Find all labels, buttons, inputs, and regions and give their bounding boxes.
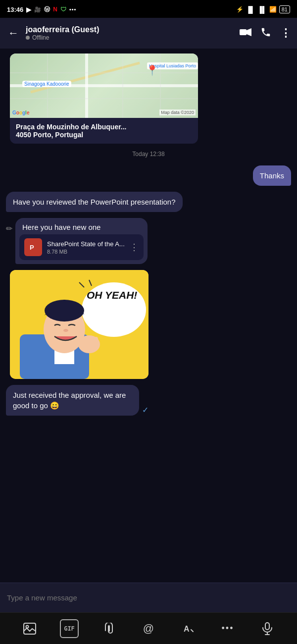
file-more-icon[interactable]: ⋮ (130, 242, 139, 253)
voice-call-button[interactable] (260, 27, 271, 40)
attachment-button[interactable] (99, 619, 118, 638)
sticker-image: OH YEAH! (10, 270, 148, 379)
header-actions: ⋮ (240, 27, 291, 40)
svg-text:A: A (184, 625, 190, 633)
file-attachment[interactable]: P SharePoint State of the A... 8.78 MB ⋮ (19, 234, 144, 260)
incoming-bubble: Have you reviewed the PowerPoint present… (6, 192, 183, 212)
message-text: Have you reviewed the PowerPoint present… (13, 198, 176, 206)
svg-text:P: P (30, 244, 34, 251)
wifi-icon: 📶 (269, 6, 277, 13)
time-separator: Today 12:38 (6, 148, 291, 161)
last-incoming-bubble: Just received the approval, we are good … (6, 385, 139, 416)
signal2-icon: ▐▌ (257, 6, 266, 13)
sticker-inner: OH YEAH! (10, 270, 148, 379)
map-address-line1: Praça de Mouzinho de Albuquer... (16, 123, 192, 131)
youtube-icon: ▶ (26, 6, 31, 13)
map-card: Hospital Lusiadas Porto Sinagoga Kadooor… (10, 54, 198, 144)
more-options-button[interactable]: ⋮ (280, 27, 291, 40)
file-name: SharePoint State of the A... (47, 240, 125, 248)
svg-point-24 (26, 625, 29, 628)
signal1-icon: ▐▌ (246, 6, 255, 13)
message-input-field[interactable] (7, 593, 290, 602)
offline-status-dot (26, 36, 30, 40)
file-message-bubble: Here you have new one P SharePoint State… (15, 218, 148, 264)
message-row-file: ✏ Here you have new one P SharePoint Sta… (6, 218, 291, 264)
svg-rect-18 (87, 337, 93, 342)
read-checkmark-icon: ✓ (142, 405, 148, 415)
chat-header: ← joaoferreira (Guest) Offline ⋮ (0, 18, 297, 49)
gif-label: GIF (64, 625, 75, 632)
svg-rect-17 (80, 338, 86, 343)
map-data-text: Map data ©2020 (159, 109, 196, 115)
sinagoga-label: Sinagoga Kadooorie (22, 81, 71, 87)
shield-icon: 🛡 (60, 6, 66, 13)
message-text: Thanks (260, 171, 284, 180)
status-left: 13:46 ▶ 🎥 Ⓦ N 🛡 ••• (7, 5, 76, 14)
message-row-sticker: OH YEAH! (6, 270, 291, 379)
time-display: 13:46 (7, 6, 23, 13)
svg-rect-19 (92, 337, 98, 342)
google-logo: Google (12, 110, 29, 115)
svg-point-15 (63, 329, 68, 332)
file-size: 8.78 MB (47, 249, 125, 255)
video-call-button[interactable] (240, 28, 251, 39)
chat-area: Hospital Lusiadas Porto Sinagoga Kadooor… (0, 49, 297, 583)
map-image: Hospital Lusiadas Porto Sinagoga Kadooor… (10, 54, 198, 118)
contact-status: Offline (26, 34, 235, 41)
svg-rect-26 (265, 623, 269, 630)
status-bar: 13:46 ▶ 🎥 Ⓦ N 🛡 ••• ⚡ ▐▌ ▐▌ 📶 81 (0, 0, 297, 18)
more-dots-icon: ••• (69, 6, 77, 12)
contact-info: joaoferreira (Guest) Offline (26, 25, 235, 41)
outgoing-bubble: Thanks (253, 165, 291, 186)
message-row: Thanks (6, 165, 291, 186)
gif-button[interactable]: GIF (60, 619, 79, 638)
mention-button[interactable]: @ (139, 619, 158, 638)
image-attach-button[interactable] (20, 619, 39, 638)
message-row-last: Just received the approval, we are good … (6, 385, 291, 416)
message-with-check: Just received the approval, we are good … (6, 385, 191, 416)
file-info: SharePoint State of the A... 8.78 MB (47, 240, 125, 255)
more-toolbar-button[interactable]: ••• (218, 619, 237, 638)
contact-name: joaoferreira (Guest) (26, 25, 235, 34)
battery-display: 81 (279, 5, 290, 13)
svg-marker-1 (247, 28, 251, 36)
map-address: Praça de Mouzinho de Albuquer... 4050 Po… (10, 118, 198, 144)
map-address-line2: 4050 Porto, Portugal (16, 131, 192, 139)
format-text-button[interactable]: A (179, 619, 198, 638)
message-row: Have you reviewed the PowerPoint present… (6, 192, 291, 212)
status-label: Offline (32, 34, 49, 41)
microphone-button[interactable] (258, 619, 277, 638)
status-right: ⚡ ▐▌ ▐▌ 📶 81 (236, 5, 290, 13)
svg-text:OH YEAH!: OH YEAH! (87, 289, 137, 301)
wordpress-icon: Ⓦ (44, 5, 50, 14)
file-message-text: Here you have new one (15, 218, 148, 234)
video-icon: 🎥 (34, 6, 41, 13)
svg-rect-0 (240, 29, 247, 35)
back-button[interactable]: ← (6, 25, 21, 42)
powerpoint-icon: P (24, 238, 42, 256)
message-input-bar (0, 583, 297, 612)
bluetooth-icon: ⚡ (236, 6, 244, 13)
edit-pencil-icon: ✏ (6, 224, 12, 233)
map-background: Hospital Lusiadas Porto Sinagoga Kadooor… (10, 54, 198, 118)
netflix-icon: N (53, 6, 57, 13)
message-text: Just received the approval, we are good … (13, 391, 126, 410)
map-pin-icon: 📍 (146, 64, 158, 76)
comic-sticker-svg: OH YEAH! (10, 270, 148, 379)
ppt-icon-svg: P (28, 242, 39, 253)
bottom-toolbar: GIF @ A ••• (0, 612, 297, 644)
